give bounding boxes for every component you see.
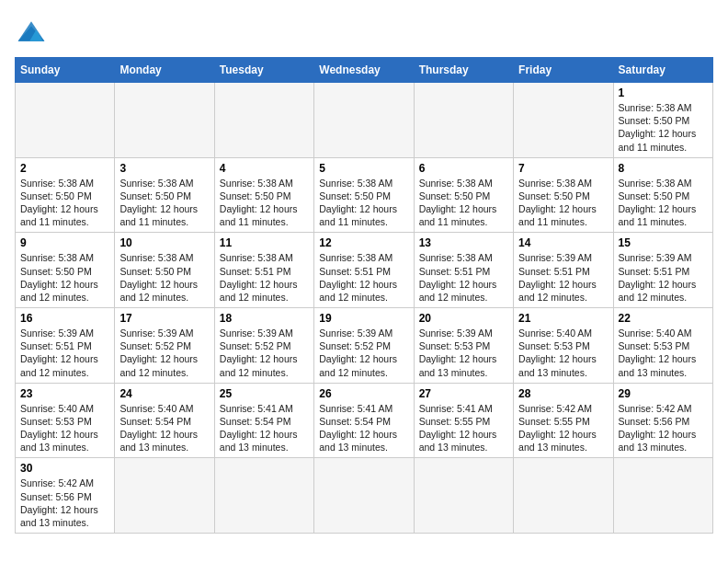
day-cell xyxy=(314,83,414,158)
day-number: 30 xyxy=(20,462,109,475)
day-info: Sunrise: 5:40 AM Sunset: 5:53 PM Dayligh… xyxy=(619,327,708,379)
day-headers-row: SundayMondayTuesdayWednesdayThursdayFrid… xyxy=(16,58,713,83)
day-cell: 26Sunrise: 5:41 AM Sunset: 5:54 PM Dayli… xyxy=(314,383,414,458)
day-cell xyxy=(115,458,214,534)
day-number: 26 xyxy=(319,387,408,400)
day-header-monday: Monday xyxy=(115,58,214,83)
day-header-thursday: Thursday xyxy=(414,58,513,83)
day-cell: 20Sunrise: 5:39 AM Sunset: 5:53 PM Dayli… xyxy=(414,308,513,384)
day-info: Sunrise: 5:40 AM Sunset: 5:53 PM Dayligh… xyxy=(518,327,608,379)
calendar-body: 1Sunrise: 5:38 AM Sunset: 5:50 PM Daylig… xyxy=(16,83,713,534)
day-number: 28 xyxy=(518,387,608,400)
day-cell: 7Sunrise: 5:38 AM Sunset: 5:50 PM Daylig… xyxy=(514,157,613,233)
day-number: 1 xyxy=(619,86,708,99)
day-number: 13 xyxy=(419,236,508,249)
day-cell xyxy=(514,83,613,158)
day-cell xyxy=(214,458,313,534)
day-number: 21 xyxy=(518,312,608,325)
day-cell: 13Sunrise: 5:38 AM Sunset: 5:51 PM Dayli… xyxy=(414,233,513,308)
day-info: Sunrise: 5:41 AM Sunset: 5:54 PM Dayligh… xyxy=(220,402,309,454)
day-header-friday: Friday xyxy=(514,58,613,83)
day-cell: 9Sunrise: 5:38 AM Sunset: 5:50 PM Daylig… xyxy=(16,233,115,308)
day-cell: 2Sunrise: 5:38 AM Sunset: 5:50 PM Daylig… xyxy=(16,157,115,233)
day-info: Sunrise: 5:39 AM Sunset: 5:52 PM Dayligh… xyxy=(319,327,408,379)
day-number: 11 xyxy=(220,236,309,249)
day-cell: 8Sunrise: 5:38 AM Sunset: 5:50 PM Daylig… xyxy=(613,157,712,233)
day-cell: 17Sunrise: 5:39 AM Sunset: 5:52 PM Dayli… xyxy=(115,308,214,384)
day-number: 18 xyxy=(220,312,309,325)
day-cell: 5Sunrise: 5:38 AM Sunset: 5:50 PM Daylig… xyxy=(314,157,414,233)
day-number: 25 xyxy=(220,387,309,400)
day-number: 14 xyxy=(518,236,608,249)
day-cell: 12Sunrise: 5:38 AM Sunset: 5:51 PM Dayli… xyxy=(314,233,414,308)
day-info: Sunrise: 5:39 AM Sunset: 5:51 PM Dayligh… xyxy=(518,251,608,304)
day-number: 4 xyxy=(220,162,309,175)
logo xyxy=(15,15,53,48)
day-number: 5 xyxy=(319,162,408,175)
day-number: 15 xyxy=(619,236,708,249)
day-number: 23 xyxy=(20,387,109,400)
week-row-1: 1Sunrise: 5:38 AM Sunset: 5:50 PM Daylig… xyxy=(16,83,713,158)
day-number: 24 xyxy=(119,387,209,400)
day-number: 2 xyxy=(20,162,109,175)
day-cell xyxy=(314,458,414,534)
day-info: Sunrise: 5:39 AM Sunset: 5:52 PM Dayligh… xyxy=(119,327,209,379)
logo-icon xyxy=(15,15,48,48)
day-header-wednesday: Wednesday xyxy=(314,58,414,83)
day-cell: 15Sunrise: 5:39 AM Sunset: 5:51 PM Dayli… xyxy=(613,233,712,308)
day-cell xyxy=(214,83,313,158)
day-cell: 6Sunrise: 5:38 AM Sunset: 5:50 PM Daylig… xyxy=(414,157,513,233)
day-cell xyxy=(414,83,513,158)
day-info: Sunrise: 5:38 AM Sunset: 5:50 PM Dayligh… xyxy=(419,177,508,229)
day-cell xyxy=(16,83,115,158)
week-row-2: 2Sunrise: 5:38 AM Sunset: 5:50 PM Daylig… xyxy=(16,157,713,233)
day-cell xyxy=(115,83,214,158)
day-info: Sunrise: 5:38 AM Sunset: 5:50 PM Dayligh… xyxy=(20,177,109,229)
day-cell: 25Sunrise: 5:41 AM Sunset: 5:54 PM Dayli… xyxy=(214,383,313,458)
day-cell: 10Sunrise: 5:38 AM Sunset: 5:50 PM Dayli… xyxy=(115,233,214,308)
day-number: 8 xyxy=(619,162,708,175)
week-row-6: 30Sunrise: 5:42 AM Sunset: 5:56 PM Dayli… xyxy=(16,458,713,534)
day-info: Sunrise: 5:38 AM Sunset: 5:50 PM Dayligh… xyxy=(119,251,209,304)
day-info: Sunrise: 5:40 AM Sunset: 5:53 PM Dayligh… xyxy=(20,402,109,454)
day-info: Sunrise: 5:38 AM Sunset: 5:50 PM Dayligh… xyxy=(119,177,209,229)
day-info: Sunrise: 5:38 AM Sunset: 5:51 PM Dayligh… xyxy=(419,251,508,304)
day-info: Sunrise: 5:38 AM Sunset: 5:50 PM Dayligh… xyxy=(619,177,708,229)
day-header-saturday: Saturday xyxy=(613,58,712,83)
day-cell: 3Sunrise: 5:38 AM Sunset: 5:50 PM Daylig… xyxy=(115,157,214,233)
day-cell: 11Sunrise: 5:38 AM Sunset: 5:51 PM Dayli… xyxy=(214,233,313,308)
day-info: Sunrise: 5:38 AM Sunset: 5:50 PM Dayligh… xyxy=(319,177,408,229)
day-cell: 27Sunrise: 5:41 AM Sunset: 5:55 PM Dayli… xyxy=(414,383,513,458)
day-cell xyxy=(414,458,513,534)
day-cell: 18Sunrise: 5:39 AM Sunset: 5:52 PM Dayli… xyxy=(214,308,313,384)
day-number: 7 xyxy=(518,162,608,175)
day-header-sunday: Sunday xyxy=(16,58,115,83)
day-cell: 1Sunrise: 5:38 AM Sunset: 5:50 PM Daylig… xyxy=(613,83,712,158)
day-header-tuesday: Tuesday xyxy=(214,58,313,83)
day-number: 10 xyxy=(119,236,209,249)
day-cell: 29Sunrise: 5:42 AM Sunset: 5:56 PM Dayli… xyxy=(613,383,712,458)
day-number: 12 xyxy=(319,236,408,249)
day-cell: 23Sunrise: 5:40 AM Sunset: 5:53 PM Dayli… xyxy=(16,383,115,458)
day-number: 22 xyxy=(619,312,708,325)
page-header xyxy=(15,15,713,48)
day-cell: 19Sunrise: 5:39 AM Sunset: 5:52 PM Dayli… xyxy=(314,308,414,384)
day-info: Sunrise: 5:39 AM Sunset: 5:53 PM Dayligh… xyxy=(419,327,508,379)
calendar: SundayMondayTuesdayWednesdayThursdayFrid… xyxy=(15,57,713,534)
day-number: 29 xyxy=(619,387,708,400)
day-info: Sunrise: 5:38 AM Sunset: 5:50 PM Dayligh… xyxy=(619,101,708,154)
day-info: Sunrise: 5:42 AM Sunset: 5:55 PM Dayligh… xyxy=(518,402,608,454)
day-info: Sunrise: 5:41 AM Sunset: 5:54 PM Dayligh… xyxy=(319,402,408,454)
day-info: Sunrise: 5:38 AM Sunset: 5:50 PM Dayligh… xyxy=(518,177,608,229)
day-cell: 16Sunrise: 5:39 AM Sunset: 5:51 PM Dayli… xyxy=(16,308,115,384)
day-number: 6 xyxy=(419,162,508,175)
day-cell: 14Sunrise: 5:39 AM Sunset: 5:51 PM Dayli… xyxy=(514,233,613,308)
day-number: 20 xyxy=(419,312,508,325)
day-cell: 22Sunrise: 5:40 AM Sunset: 5:53 PM Dayli… xyxy=(613,308,712,384)
day-info: Sunrise: 5:38 AM Sunset: 5:50 PM Dayligh… xyxy=(220,177,309,229)
day-number: 9 xyxy=(20,236,109,249)
day-info: Sunrise: 5:38 AM Sunset: 5:51 PM Dayligh… xyxy=(319,251,408,304)
day-number: 17 xyxy=(119,312,209,325)
day-info: Sunrise: 5:42 AM Sunset: 5:56 PM Dayligh… xyxy=(20,477,109,529)
day-cell xyxy=(514,458,613,534)
